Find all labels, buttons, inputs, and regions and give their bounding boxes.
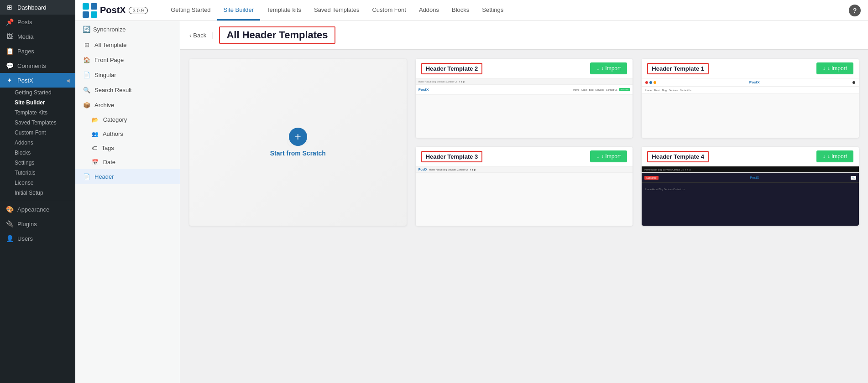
back-button[interactable]: ‹ Back xyxy=(189,32,206,39)
sidebar-sub-template-kits[interactable]: Template Kits xyxy=(0,108,75,118)
scratch-preview[interactable]: ✏ + Start from Scratch xyxy=(189,59,407,226)
blog-link: Blog xyxy=(589,88,594,91)
appearance-icon: 🎨 xyxy=(5,206,14,213)
tab-addons[interactable]: Addons xyxy=(413,0,445,21)
mockup-3-body xyxy=(416,173,633,226)
template-1-header: Header Template 1 ↓ ↓ Import xyxy=(642,59,859,78)
collapse-icon: ◀ xyxy=(66,78,70,83)
dashboard-icon: ⊞ xyxy=(5,4,14,11)
sidebar-item-posts[interactable]: 📌 Posts xyxy=(0,15,75,29)
template-1-mockup: PostX Home About Blog Services Contact U… xyxy=(642,78,859,138)
comments-icon: 💬 xyxy=(5,62,14,69)
template-1-import-button[interactable]: ↓ ↓ Import xyxy=(816,62,853,74)
postx-3-logo: PostX xyxy=(418,168,428,171)
subscribe-4-btn: Subscribe xyxy=(644,176,658,180)
left-panel-all-template[interactable]: ⊞ All Template xyxy=(75,37,180,52)
mockup-1-logo: PostX xyxy=(749,80,760,84)
sidebar-divider xyxy=(0,200,75,200)
pages-icon: 📋 xyxy=(5,47,14,55)
sidebar-sub-tutorials[interactable]: Tutorials xyxy=(0,168,75,178)
nav-4: Home About Blog Services Contact Us xyxy=(644,168,684,171)
fb-icon: f xyxy=(459,80,460,83)
mockup-nav-links: Home About Blog Services Contact Us Subs… xyxy=(573,88,630,91)
nav-4-bottom: Home About Blog Services Contact Us xyxy=(645,188,685,191)
s3-tw: t xyxy=(472,168,473,171)
tab-getting-started[interactable]: Getting Started xyxy=(164,0,217,21)
sidebar-sub-blocks[interactable]: Blocks xyxy=(0,148,75,158)
tab-site-builder[interactable]: Site Builder xyxy=(217,0,260,21)
s4-tw: t xyxy=(687,168,688,171)
archive-icon: 📦 xyxy=(83,102,91,109)
black-dot xyxy=(852,81,855,84)
import-3-icon: ↓ xyxy=(596,153,599,160)
logo-text: PostX xyxy=(100,5,126,16)
home-link: Home xyxy=(573,88,579,91)
scratch-card[interactable]: ✏ + Start from Scratch xyxy=(189,59,407,226)
all-template-icon: ⊞ xyxy=(83,41,91,48)
help-button[interactable]: ? xyxy=(849,5,861,16)
top-navigation: PostX 3.0.9 Getting Started Site Builder… xyxy=(75,0,868,21)
tab-template-kits[interactable]: Template kits xyxy=(260,0,308,21)
sidebar-item-plugins[interactable]: 🔌 Plugins xyxy=(0,217,75,231)
contact-link: Contact Us xyxy=(606,88,617,91)
tab-blocks[interactable]: Blocks xyxy=(445,0,476,21)
sidebar-sub-addons[interactable]: Addons xyxy=(0,138,75,148)
left-panel-header[interactable]: 📄 Header xyxy=(75,169,180,184)
mockup-3-topbar: PostX Home About Blog Services Contact U… xyxy=(416,166,633,173)
tags-icon: 🏷 xyxy=(92,145,97,151)
left-panel-search-result[interactable]: 🔍 Search Result xyxy=(75,83,180,98)
subscribe-btn: Subscribe xyxy=(619,88,630,91)
mockup-4-body: Home About Blog Services Contact Us xyxy=(642,183,859,226)
social-3: f t p xyxy=(470,168,476,171)
tab-saved-templates[interactable]: Saved Templates xyxy=(308,0,366,21)
left-panel-archive[interactable]: 📦 Archive xyxy=(75,98,180,113)
postx-logo-icon xyxy=(83,3,97,18)
mockup-4-nav: Subscribe PostX 🔍 xyxy=(642,173,859,183)
template-2-header: Header Template 2 ↓ ↓ Import xyxy=(416,59,633,78)
tab-custom-font[interactable]: Custom Font xyxy=(366,0,412,21)
left-panel-singular[interactable]: 📄 Singular xyxy=(75,67,180,83)
sidebar-item-pages[interactable]: 📋 Pages xyxy=(0,44,75,58)
import-2-label: ↓ Import xyxy=(601,65,621,72)
left-panel-authors[interactable]: 👥 Authors xyxy=(75,127,180,141)
tab-settings[interactable]: Settings xyxy=(476,0,510,21)
plugins-icon: 🔌 xyxy=(5,220,14,228)
left-panel-tags[interactable]: 🏷 Tags xyxy=(75,141,180,155)
left-panel-category[interactable]: 📂 Category xyxy=(75,113,180,127)
sidebar-sub-custom-font[interactable]: Custom Font xyxy=(0,128,75,138)
template-card-1: Header Template 1 ↓ ↓ Import xyxy=(642,59,859,138)
template-4-import-button[interactable]: ↓ ↓ Import xyxy=(816,150,853,162)
sidebar-sub-initial-setup[interactable]: Initial Setup xyxy=(0,188,75,198)
sidebar-sub-saved-templates[interactable]: Saved Templates xyxy=(0,118,75,128)
postx-4-logo: PostX xyxy=(750,176,759,179)
tw-icon: t xyxy=(461,80,462,83)
social-dots xyxy=(645,81,656,84)
synchronize-button[interactable]: 🔄 Synchronize xyxy=(75,21,180,37)
import-3-label: ↓ Import xyxy=(601,153,621,160)
template-2-import-button[interactable]: ↓ ↓ Import xyxy=(590,62,627,74)
nl-home: Home xyxy=(645,89,651,92)
left-panel-date[interactable]: 📅 Date xyxy=(75,155,180,169)
nav-links: Home About Blog Services Contact Us xyxy=(418,80,458,83)
template-4-name: Header Template 4 xyxy=(647,151,709,162)
sidebar-item-postx[interactable]: ✦ PostX ◀ xyxy=(0,73,75,88)
sidebar-sub-getting-started[interactable]: Getting Started xyxy=(0,88,75,98)
sidebar-item-dashboard[interactable]: ⊞ Dashboard xyxy=(0,0,75,15)
template-2-mockup: Home About Blog Services Contact Us f t … xyxy=(416,78,633,138)
template-1-preview: PostX Home About Blog Services Contact U… xyxy=(642,78,859,138)
svg-rect-0 xyxy=(83,3,89,10)
panel-header: ‹ Back | All Header Templates xyxy=(180,21,868,50)
services-link: Services xyxy=(596,88,604,91)
sidebar-item-users[interactable]: 👤 Users xyxy=(0,231,75,246)
sidebar-sub-settings[interactable]: Settings xyxy=(0,158,75,168)
template-3-import-button[interactable]: ↓ ↓ Import xyxy=(590,150,627,162)
sidebar-sub-license[interactable]: License xyxy=(0,178,75,188)
blue-dot xyxy=(649,81,652,84)
media-icon: 🖼 xyxy=(5,33,14,40)
sidebar-item-comments[interactable]: 💬 Comments xyxy=(0,58,75,73)
sidebar-item-media[interactable]: 🖼 Media xyxy=(0,29,75,44)
sidebar-sub-site-builder[interactable]: Site Builder xyxy=(0,98,75,108)
sidebar-item-appearance[interactable]: 🎨 Appearance xyxy=(0,202,75,217)
left-panel: 🔄 Synchronize ⊞ All Template 🏠 Front Pag… xyxy=(75,21,180,383)
left-panel-front-page[interactable]: 🏠 Front Page xyxy=(75,52,180,67)
